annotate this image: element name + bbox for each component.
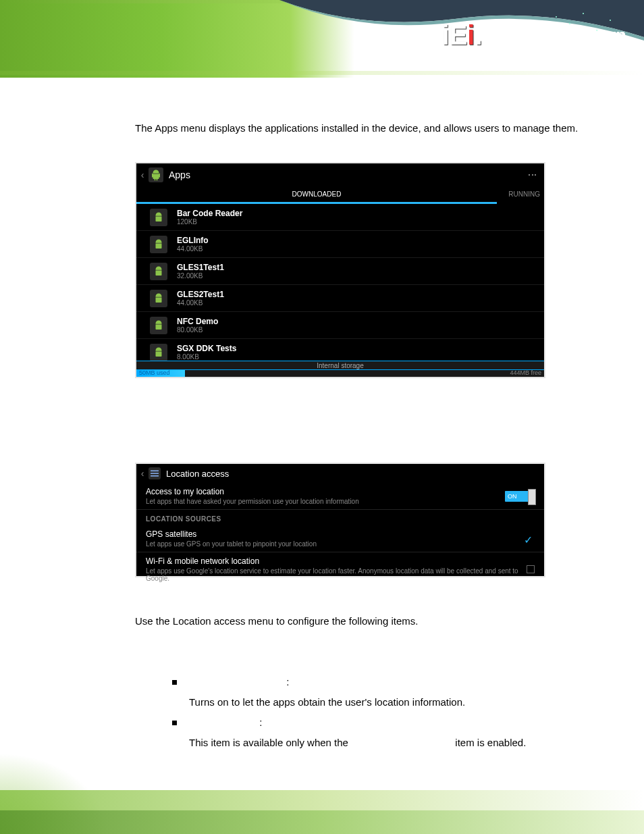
apps-action-bar: ‹ Apps ⋮ — [136, 163, 544, 186]
svg-rect-6 — [151, 471, 159, 472]
gps-satellites-row[interactable]: GPS satellites Let apps use GPS on your … — [136, 525, 544, 552]
wifi-location-row[interactable]: Wi-Fi & mobile network location Let apps… — [136, 552, 544, 586]
app-size: 44.00KB — [177, 245, 209, 253]
app-size: 44.00KB — [177, 299, 224, 307]
toggle-on[interactable]: ON — [505, 491, 535, 502]
bullet-blank-ref — [351, 733, 452, 753]
app-row[interactable]: GLES1Test132.00KB — [136, 258, 544, 285]
location-action-bar: ‹ Location access — [136, 464, 544, 483]
footer-strip-bottom — [0, 810, 644, 834]
overflow-menu-icon[interactable]: ⋮ — [527, 170, 538, 180]
brand-logo: iEi. Integration Corp. — [442, 20, 630, 51]
row-title: Wi-Fi & mobile network location — [146, 556, 527, 566]
page-content: The Apps menu displays the applications … — [135, 118, 618, 753]
location-sources-header: LOCATION SOURCES — [136, 510, 544, 525]
apps-screen: ‹ Apps ⋮ DOWNLOADED RUNNING Bar Code Rea… — [136, 163, 544, 377]
back-icon[interactable]: ‹ — [136, 170, 149, 180]
app-row[interactable]: Bar Code Reader120KB — [136, 204, 544, 231]
location-intro-paragraph: Use the Location access menu to configur… — [135, 611, 618, 631]
app-row[interactable]: GLES2Test144.00KB — [136, 285, 544, 312]
bullet-desc-part-a: This item is available only when the — [189, 737, 348, 748]
bullet-square-icon — [172, 721, 177, 725]
page-header-banner: iEi. Integration Corp. — [0, 0, 644, 78]
storage-used: 50MB used — [139, 369, 170, 376]
app-row[interactable]: EGLInfo44.00KB — [136, 231, 544, 258]
bullet-list: : Turns on to let the apps obtain the us… — [172, 672, 618, 753]
logo-text: Integration Corp. — [489, 25, 630, 46]
bullet-desc-part-b: item is enabled. — [455, 737, 526, 748]
android-app-icon — [150, 236, 167, 253]
apps-screenshot-frame: ‹ Apps ⋮ DOWNLOADED RUNNING Bar Code Rea… — [135, 162, 545, 378]
back-icon[interactable]: ‹ — [136, 468, 149, 479]
android-app-icon — [150, 263, 167, 280]
app-row[interactable]: NFC Demo80.00KB — [136, 312, 544, 339]
apps-list[interactable]: Bar Code Reader120KB EGLInfo44.00KB GLES… — [136, 204, 544, 366]
svg-rect-8 — [151, 475, 159, 477]
checkbox-empty-icon[interactable] — [527, 565, 535, 573]
toggle-label: ON — [508, 493, 517, 500]
settings-icon — [149, 467, 161, 479]
app-size: 32.00KB — [177, 272, 224, 280]
apps-tabs: DOWNLOADED RUNNING — [136, 186, 544, 204]
bullet-label-blank — [189, 672, 284, 692]
android-app-icon — [150, 344, 167, 361]
tab-downloaded[interactable]: DOWNLOADED — [136, 186, 497, 204]
app-size: 8.00KB — [177, 353, 236, 361]
bullet-item: : Turns on to let the apps obtain the us… — [172, 672, 618, 712]
app-name: GLES1Test1 — [177, 263, 224, 272]
location-screenshot-frame: ‹ Location access Access to my location … — [135, 463, 545, 577]
bullet-desc: Turns on to let the apps obtain the user… — [189, 696, 465, 708]
footer-strip — [0, 790, 644, 810]
bullet-item: : This item is available only when the i… — [172, 712, 618, 753]
storage-free: 444MB free — [510, 369, 541, 376]
row-title: GPS satellites — [146, 529, 524, 539]
svg-point-0 — [556, 16, 557, 18]
row-subtitle: Let apps use GPS on your tablet to pinpo… — [146, 540, 524, 548]
row-title: Access to my location — [146, 487, 505, 496]
checkmark-icon[interactable]: ✓ — [524, 533, 535, 544]
app-name: Bar Code Reader — [177, 209, 242, 218]
app-name: NFC Demo — [177, 317, 218, 326]
bullet-square-icon — [172, 680, 177, 685]
app-name: GLES2Test1 — [177, 290, 224, 299]
location-screen: ‹ Location access Access to my location … — [136, 464, 544, 576]
android-app-icon — [150, 209, 167, 226]
page-footer-banner — [0, 753, 644, 834]
android-app-icon — [150, 317, 167, 334]
storage-bar: Internal storage 50MB used 444MB free — [136, 361, 544, 377]
header-bottom-strip — [0, 71, 644, 75]
storage-track: 50MB used 444MB free — [136, 370, 544, 377]
storage-label: Internal storage — [136, 361, 544, 370]
apps-title: Apps — [169, 170, 190, 180]
bullet-label-blank — [189, 712, 257, 733]
app-icon-header — [149, 167, 163, 182]
location-access-row[interactable]: Access to my location Let apps that have… — [136, 483, 544, 510]
tab-running[interactable]: RUNNING — [497, 186, 544, 204]
row-subtitle: Let apps that have asked your permission… — [146, 498, 505, 505]
logo-iei: iEi. — [442, 20, 483, 51]
location-title: Location access — [166, 469, 229, 479]
app-name: SGX DDK Tests — [177, 344, 236, 353]
android-app-icon — [150, 290, 167, 307]
row-subtitle: Let apps use Google's location service t… — [146, 567, 527, 582]
app-size: 80.00KB — [177, 326, 218, 334]
svg-rect-7 — [151, 473, 159, 474]
app-size: 120KB — [177, 218, 242, 226]
app-name: EGLInfo — [177, 236, 209, 245]
intro-paragraph: The Apps menu displays the applications … — [135, 118, 614, 138]
svg-point-2 — [583, 13, 584, 14]
